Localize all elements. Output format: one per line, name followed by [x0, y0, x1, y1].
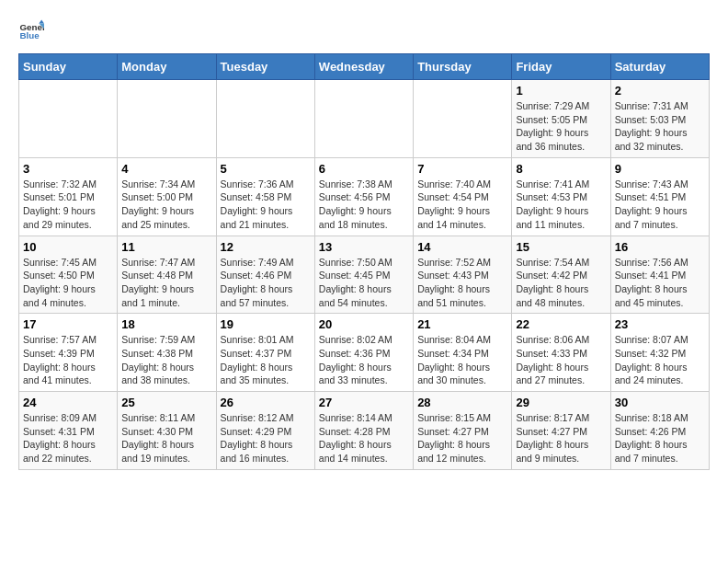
day-info: Sunrise: 8:04 AM Sunset: 4:34 PM Dayligh…: [417, 333, 507, 387]
calendar-cell: 21Sunrise: 8:04 AM Sunset: 4:34 PM Dayli…: [414, 314, 512, 392]
day-number: 6: [319, 162, 409, 176]
day-number: 17: [23, 317, 113, 331]
day-info: Sunrise: 7:43 AM Sunset: 4:51 PM Dayligh…: [615, 178, 705, 232]
day-number: 21: [417, 317, 507, 331]
calendar-cell: 30Sunrise: 8:18 AM Sunset: 4:26 PM Dayli…: [610, 392, 709, 470]
day-info: Sunrise: 8:09 AM Sunset: 4:31 PM Dayligh…: [23, 411, 113, 465]
calendar-cell: 27Sunrise: 8:14 AM Sunset: 4:28 PM Dayli…: [314, 392, 413, 470]
calendar-cell: 13Sunrise: 7:50 AM Sunset: 4:45 PM Dayli…: [314, 236, 413, 314]
day-number: 4: [121, 162, 211, 176]
day-info: Sunrise: 8:12 AM Sunset: 4:29 PM Dayligh…: [221, 411, 311, 465]
day-info: Sunrise: 7:34 AM Sunset: 5:00 PM Dayligh…: [121, 178, 211, 232]
weekday-header-saturday: Saturday: [610, 54, 709, 80]
calendar-cell: 25Sunrise: 8:11 AM Sunset: 4:30 PM Dayli…: [118, 392, 216, 470]
calendar-cell: 4Sunrise: 7:34 AM Sunset: 5:00 PM Daylig…: [118, 157, 216, 236]
day-number: 3: [23, 162, 113, 176]
day-number: 27: [319, 396, 409, 409]
day-number: 22: [516, 317, 606, 331]
svg-text:Blue: Blue: [19, 30, 40, 40]
weekday-header-tuesday: Tuesday: [216, 54, 314, 80]
calendar-cell: 14Sunrise: 7:52 AM Sunset: 4:43 PM Dayli…: [414, 236, 512, 314]
calendar-cell: 15Sunrise: 7:54 AM Sunset: 4:42 PM Dayli…: [512, 236, 610, 314]
day-info: Sunrise: 7:56 AM Sunset: 4:41 PM Dayligh…: [615, 256, 705, 310]
day-info: Sunrise: 7:31 AM Sunset: 5:03 PM Dayligh…: [615, 99, 705, 154]
day-number: 26: [221, 396, 311, 409]
calendar-cell: 11Sunrise: 7:47 AM Sunset: 4:48 PM Dayli…: [118, 236, 216, 314]
calendar-cell: 20Sunrise: 8:02 AM Sunset: 4:36 PM Dayli…: [314, 314, 413, 392]
calendar-cell: 3Sunrise: 7:32 AM Sunset: 5:01 PM Daylig…: [19, 157, 118, 236]
calendar-table: SundayMondayTuesdayWednesdayThursdayFrid…: [18, 53, 710, 470]
day-number: 30: [615, 396, 705, 409]
calendar-cell: 12Sunrise: 7:49 AM Sunset: 4:46 PM Dayli…: [216, 236, 314, 314]
day-info: Sunrise: 8:17 AM Sunset: 4:27 PM Dayligh…: [516, 411, 606, 465]
calendar-cell: [216, 80, 314, 158]
weekday-header-thursday: Thursday: [414, 54, 512, 80]
day-info: Sunrise: 7:54 AM Sunset: 4:42 PM Dayligh…: [516, 256, 606, 310]
calendar-cell: 24Sunrise: 8:09 AM Sunset: 4:31 PM Dayli…: [19, 392, 118, 470]
day-number: 12: [221, 240, 311, 254]
calendar-cell: 6Sunrise: 7:38 AM Sunset: 4:56 PM Daylig…: [314, 157, 413, 236]
calendar-cell: [414, 80, 512, 158]
day-number: 23: [615, 317, 705, 331]
day-number: 13: [319, 240, 409, 254]
calendar-cell: [19, 80, 118, 158]
day-info: Sunrise: 7:47 AM Sunset: 4:48 PM Dayligh…: [121, 256, 211, 310]
calendar-cell: 5Sunrise: 7:36 AM Sunset: 4:58 PM Daylig…: [216, 157, 314, 236]
day-info: Sunrise: 7:32 AM Sunset: 5:01 PM Dayligh…: [23, 178, 113, 232]
day-info: Sunrise: 7:38 AM Sunset: 4:56 PM Dayligh…: [319, 178, 409, 232]
calendar-cell: 8Sunrise: 7:41 AM Sunset: 4:53 PM Daylig…: [512, 157, 610, 236]
weekday-header-sunday: Sunday: [19, 54, 118, 80]
day-number: 8: [516, 162, 606, 176]
calendar-cell: 26Sunrise: 8:12 AM Sunset: 4:29 PM Dayli…: [216, 392, 314, 470]
day-number: 25: [121, 396, 211, 409]
day-number: 16: [615, 240, 705, 254]
calendar-cell: 22Sunrise: 8:06 AM Sunset: 4:33 PM Dayli…: [512, 314, 610, 392]
day-info: Sunrise: 7:59 AM Sunset: 4:38 PM Dayligh…: [121, 333, 211, 387]
day-number: 7: [417, 162, 507, 176]
day-number: 2: [615, 84, 705, 98]
calendar-cell: 9Sunrise: 7:43 AM Sunset: 4:51 PM Daylig…: [610, 157, 709, 236]
day-number: 24: [23, 396, 113, 409]
day-number: 19: [221, 317, 311, 331]
calendar-cell: 10Sunrise: 7:45 AM Sunset: 4:50 PM Dayli…: [19, 236, 118, 314]
day-number: 29: [516, 396, 606, 409]
calendar-cell: 28Sunrise: 8:15 AM Sunset: 4:27 PM Dayli…: [414, 392, 512, 470]
logo: General Blue: [18, 18, 48, 44]
day-number: 18: [121, 317, 211, 331]
day-info: Sunrise: 8:11 AM Sunset: 4:30 PM Dayligh…: [121, 411, 211, 465]
day-info: Sunrise: 8:01 AM Sunset: 4:37 PM Dayligh…: [221, 333, 311, 387]
day-info: Sunrise: 7:45 AM Sunset: 4:50 PM Dayligh…: [23, 256, 113, 310]
day-number: 5: [221, 162, 311, 176]
calendar-cell: 17Sunrise: 7:57 AM Sunset: 4:39 PM Dayli…: [19, 314, 118, 392]
calendar-cell: 16Sunrise: 7:56 AM Sunset: 4:41 PM Dayli…: [610, 236, 709, 314]
calendar-cell: 19Sunrise: 8:01 AM Sunset: 4:37 PM Dayli…: [216, 314, 314, 392]
day-number: 15: [516, 240, 606, 254]
calendar-cell: [118, 80, 216, 158]
weekday-header-monday: Monday: [118, 54, 216, 80]
calendar-cell: 1Sunrise: 7:29 AM Sunset: 5:05 PM Daylig…: [512, 80, 610, 158]
day-number: 20: [319, 317, 409, 331]
calendar-cell: [314, 80, 413, 158]
day-info: Sunrise: 7:40 AM Sunset: 4:54 PM Dayligh…: [417, 178, 507, 232]
day-info: Sunrise: 8:02 AM Sunset: 4:36 PM Dayligh…: [319, 333, 409, 387]
day-number: 10: [23, 240, 113, 254]
day-info: Sunrise: 8:14 AM Sunset: 4:28 PM Dayligh…: [319, 411, 409, 465]
day-info: Sunrise: 7:29 AM Sunset: 5:05 PM Dayligh…: [516, 99, 606, 154]
day-info: Sunrise: 7:41 AM Sunset: 4:53 PM Dayligh…: [516, 178, 606, 232]
day-number: 11: [121, 240, 211, 254]
day-number: 1: [516, 84, 606, 98]
header: General Blue: [18, 18, 710, 44]
weekday-header-wednesday: Wednesday: [314, 54, 413, 80]
day-info: Sunrise: 8:15 AM Sunset: 4:27 PM Dayligh…: [417, 411, 507, 465]
calendar-cell: 7Sunrise: 7:40 AM Sunset: 4:54 PM Daylig…: [414, 157, 512, 236]
day-number: 14: [417, 240, 507, 254]
day-info: Sunrise: 8:07 AM Sunset: 4:32 PM Dayligh…: [615, 333, 705, 387]
day-info: Sunrise: 7:49 AM Sunset: 4:46 PM Dayligh…: [221, 256, 311, 310]
calendar-cell: 23Sunrise: 8:07 AM Sunset: 4:32 PM Dayli…: [610, 314, 709, 392]
weekday-header-friday: Friday: [512, 54, 610, 80]
calendar-cell: 18Sunrise: 7:59 AM Sunset: 4:38 PM Dayli…: [118, 314, 216, 392]
day-info: Sunrise: 8:06 AM Sunset: 4:33 PM Dayligh…: [516, 333, 606, 387]
day-info: Sunrise: 7:57 AM Sunset: 4:39 PM Dayligh…: [23, 333, 113, 387]
day-number: 28: [417, 396, 507, 409]
day-info: Sunrise: 7:36 AM Sunset: 4:58 PM Dayligh…: [221, 178, 311, 232]
